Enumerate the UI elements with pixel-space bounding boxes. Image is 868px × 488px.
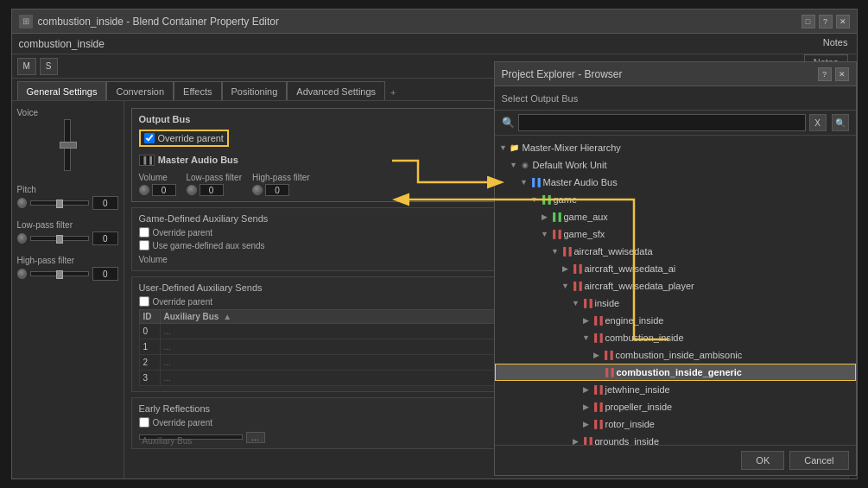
override-parent-checkbox[interactable]: [144, 133, 155, 143]
early-ref-bus-input[interactable]: Auxiliary Bus: [139, 434, 243, 440]
tree-label-12: combustion_inside_ambisonic: [616, 350, 743, 360]
tree-icon-11: ▐▐: [592, 333, 604, 343]
tab-effects[interactable]: Effects: [174, 81, 221, 100]
pe-tree-item[interactable]: ▶ ▐▐ propeller_inside: [495, 398, 856, 415]
pe-tree-item[interactable]: ▼ ▐▐ aircraft_wwisedata_player: [495, 277, 856, 295]
tree-label-16: rotor_inside: [605, 419, 655, 429]
pe-tree-item[interactable]: ▶ ▐▐ combustion_inside_ambisonic: [495, 346, 856, 364]
tree-arrow-4: ▶: [540, 212, 550, 221]
pe-tree-item[interactable]: ▶ ▐▐ aircraft_wwisedata_ai: [495, 260, 856, 277]
tree-icon-7: ▐▐: [571, 263, 583, 274]
m-button[interactable]: M: [17, 58, 36, 75]
aux-row-id-1: 1: [139, 339, 160, 355]
help-button[interactable]: ?: [819, 15, 833, 29]
tree-icon-10: ▐▐: [592, 315, 604, 326]
pe-tree-item[interactable]: ▶ ▐▐ rotor_inside: [495, 415, 856, 433]
cancel-button[interactable]: Cancel: [789, 451, 848, 470]
lowpass-section: Low-pass filter 0: [17, 220, 118, 245]
pe-tree-item[interactable]: ▐▐ combustion_inside_generic: [495, 364, 856, 381]
highpass-filter-value[interactable]: 0: [265, 184, 289, 196]
left-sidebar: Voice Pitch 0 Low-pass filt: [12, 101, 124, 478]
highpass-section: High-pass filter 0: [17, 256, 118, 281]
lowpass-slider[interactable]: [30, 236, 89, 241]
lowpass-filter-knob[interactable]: [187, 185, 197, 195]
aux-row-id-3: 3: [139, 371, 160, 386]
tree-icon-9: ▐▐: [581, 298, 593, 308]
pe-search-submit-button[interactable]: 🔍: [832, 114, 849, 131]
volume-knob-row: 0: [139, 184, 176, 196]
pe-close-button[interactable]: ✕: [835, 67, 849, 81]
lowpass-value[interactable]: 0: [92, 231, 117, 245]
voice-slider: [17, 119, 118, 171]
add-tab-button[interactable]: +: [385, 85, 401, 100]
tree-arrow-10: ▶: [581, 316, 592, 325]
close-button[interactable]: ✕: [836, 15, 850, 29]
pe-tree-item[interactable]: ▼ 📁 Master-Mixer Hierarchy: [495, 139, 856, 156]
highpass-slider[interactable]: [30, 271, 89, 276]
tree-label-6: aircraft_wwisedata: [574, 246, 653, 257]
early-ref-dots-button[interactable]: ...: [246, 432, 265, 443]
tab-conversion[interactable]: Conversion: [106, 81, 174, 100]
early-ref-override-checkbox[interactable]: [139, 417, 149, 428]
pe-tree-item[interactable]: ▶ ▐▐ game_aux: [495, 208, 856, 225]
tab-positioning[interactable]: Positioning: [222, 81, 288, 100]
app-icon: ⊞: [19, 15, 33, 29]
tab-advanced-settings[interactable]: Advanced Settings: [287, 81, 385, 100]
tree-icon-17: ▐▐: [581, 436, 593, 445]
pe-tree-item[interactable]: ▼ ▐▐ combustion_inside: [495, 329, 856, 346]
pe-search-clear-button[interactable]: X: [809, 114, 827, 131]
ok-button[interactable]: OK: [741, 451, 784, 470]
pe-tree-item[interactable]: ▶ ▐▐ engine_inside: [495, 312, 856, 329]
highpass-label: High-pass filter: [17, 256, 118, 265]
lowpass-knob-row: 0: [187, 184, 242, 196]
tree-arrow-0: ▼: [498, 143, 509, 152]
pe-tree-item[interactable]: ▼ ▐▐ game_sfx: [495, 225, 856, 243]
aux-row-id-0: 0: [139, 324, 160, 339]
tree-arrow-8: ▼: [561, 282, 571, 290]
pe-tree-item[interactable]: ▶ ▐▐ jetwhine_inside: [495, 381, 856, 398]
lowpass-knob[interactable]: [17, 233, 28, 244]
title-bar-buttons: □ ? ✕: [801, 15, 850, 29]
tree-arrow-7: ▶: [561, 264, 571, 273]
tree-label-9: inside: [595, 298, 620, 308]
user-aux-override-checkbox[interactable]: [139, 296, 149, 307]
pe-tree: ▼ 📁 Master-Mixer Hierarchy ▼ ◉ Default W…: [495, 136, 856, 445]
notes-tab[interactable]: Notes: [823, 37, 848, 48]
tree-icon-15: ▐▐: [592, 402, 604, 412]
pe-tree-item[interactable]: ▶ ▐▐ grounds_inside: [495, 433, 856, 445]
pe-tree-item[interactable]: ▼ ▐▐ aircraft_wwisedata: [495, 243, 856, 260]
pe-tree-item[interactable]: ▼ ▐▐ inside: [495, 295, 856, 312]
highpass-value[interactable]: 0: [92, 267, 117, 281]
pe-title-bar: Project Explorer - Browser ? ✕: [495, 62, 856, 86]
title-bar: ⊞ combustion_inside - Blend Container Pr…: [12, 10, 857, 34]
voice-vertical-slider[interactable]: [64, 119, 71, 171]
game-aux-override-checkbox[interactable]: [139, 227, 149, 238]
pitch-knob[interactable]: [17, 198, 28, 208]
pe-tree-item[interactable]: ▼ ▐▐ game: [495, 191, 856, 208]
volume-knob[interactable]: [139, 185, 149, 195]
tree-icon-14: ▐▐: [592, 384, 604, 395]
pe-tree-item[interactable]: ▼ ▐▐ Master Audio Bus: [495, 174, 856, 191]
volume-value[interactable]: 0: [152, 184, 176, 196]
lowpass-filter-value[interactable]: 0: [200, 184, 224, 196]
pitch-slider[interactable]: [30, 200, 89, 206]
minimize-button[interactable]: □: [801, 15, 815, 29]
tree-label-17: grounds_inside: [595, 436, 660, 445]
pitch-value[interactable]: 0: [92, 196, 117, 210]
pe-help-button[interactable]: ?: [818, 67, 832, 81]
pe-tree-item[interactable]: ▼ ◉ Default Work Unit: [495, 156, 856, 174]
tab-general-settings[interactable]: General Settings: [17, 81, 107, 100]
tree-label-2: Master Audio Bus: [543, 177, 618, 187]
highpass-knob[interactable]: [17, 269, 28, 279]
pitch-section: Pitch 0: [17, 185, 118, 210]
pitch-slider-thumb: [56, 200, 63, 208]
pe-search-input[interactable]: [518, 114, 806, 131]
search-icon: 🔍: [502, 117, 515, 129]
pitch-slider-row: 0: [17, 196, 118, 210]
pe-footer: OK Cancel: [495, 445, 856, 475]
s-button[interactable]: S: [40, 58, 58, 75]
tree-icon-6: ▐▐: [561, 246, 573, 257]
highpass-filter-knob[interactable]: [252, 185, 263, 195]
game-aux-usedef-checkbox[interactable]: [139, 240, 149, 250]
tree-icon-1: ◉: [519, 160, 531, 170]
